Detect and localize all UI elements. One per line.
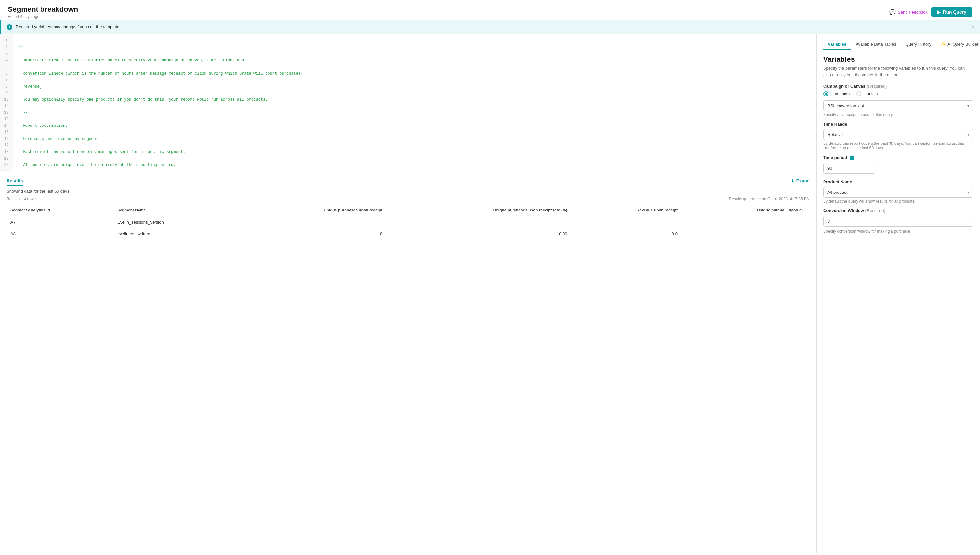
cell-revenue [571,216,681,228]
line-number: 10 [0,96,13,103]
table-row: A7 Evelin_sessions_version [6,216,810,228]
tab-variables[interactable]: Variables [823,39,851,50]
line-number: 17 [0,142,13,149]
line-number: 12 [0,109,13,116]
send-feedback-button[interactable]: 💬 Send Feedback [889,9,927,15]
variables-section: Variables Specify the parameters for the… [823,55,974,234]
time-period-label: Time period i [823,155,974,160]
results-table: Segment Analytics Id Segment Name Unique… [6,205,810,240]
line-number: 14 [0,123,13,129]
product-name-label: Product Name [823,180,974,184]
main-content: 1 2 3 4 5 6 7 8 9 10 11 12 13 14 15 16 1… [0,34,980,553]
close-alert-button[interactable]: × [971,24,975,30]
col-header-name: Segment Name [114,205,236,216]
product-name-dropdown[interactable]: All product ▾ [823,187,974,198]
tab-available-data-tables[interactable]: Available Data Tables [851,39,901,50]
campaign-hint: Specify a campaign to use for this query [823,112,974,117]
line-number: 20 [0,162,13,168]
conversion-window-input[interactable] [823,216,974,226]
line-number: 1 [0,38,13,44]
line-number: 7 [0,77,13,83]
code-editor: 1 2 3 4 5 6 7 8 9 10 11 12 13 14 15 16 1… [0,34,816,171]
cell-revenue: 0.0 [571,228,681,240]
ai-icon: ✨ [940,42,946,47]
col-header-revenue: Revenue upon receipt [571,205,681,216]
header: Segment breakdown Edited 4 days ago 💬 Se… [0,0,980,20]
time-range-dropdown[interactable]: Relative ▾ [823,129,974,140]
col-header-purchases: Unique purchases upon receipt [236,205,386,216]
line-number: 11 [0,103,13,109]
line-number: 21 [0,168,13,171]
line-number: 6 [0,70,13,77]
export-label: Export [796,178,810,183]
line-number: 9 [0,90,13,96]
export-button[interactable]: ⬇ Export [791,178,810,183]
cell-unique-cl [681,216,810,228]
time-period-input[interactable] [823,163,876,173]
header-right: 💬 Send Feedback Run Query [889,7,972,17]
line-number: 5 [0,64,13,70]
cell-name: evelin test written [114,228,236,240]
line-number: 15 [0,129,13,136]
right-panel-tabs: Variables Available Data Tables Query Hi… [823,39,974,50]
line-number: 2 [0,44,13,51]
variables-title: Variables [823,55,974,64]
time-range-hint: By default, this report covers the past … [823,141,974,150]
chevron-down-icon: ▾ [967,104,969,108]
radio-circle-canvas [856,91,862,96]
conversion-window-label: Conversion Window (Required) [823,208,974,213]
line-number: 13 [0,116,13,123]
product-name-hint: By default the query will show results f… [823,199,974,204]
line-number: 19 [0,155,13,162]
line-number: 8 [0,83,13,90]
radio-campaign[interactable]: Campaign [823,91,850,96]
alert-bar: i Required variables may change if you e… [0,20,980,34]
radio-circle-campaign [823,91,828,96]
campaign-dropdown-value: BSI conversion test [827,103,864,108]
results-generated: Results generated on Oct 4, 2023, 4:17:3… [729,197,810,201]
page-title: Segment breakdown [8,5,78,14]
col-header-rate: Unique purchases upon receipt rate (%) [386,205,571,216]
tab-ai-query-builder[interactable]: ✨ AI Query Builder [936,39,980,50]
results-tabs: Results [6,176,30,185]
cell-id: A7 [6,216,114,228]
col-header-unique-cl: Unique purcha... upon cl... [681,205,810,216]
code-textarea[interactable]: /* Important: Please use the Variables p… [13,34,816,171]
ai-tab-label: AI Query Builder [947,42,978,47]
cell-unique-cl [681,228,810,240]
cell-id: A8 [6,228,114,240]
left-panel: 1 2 3 4 5 6 7 8 9 10 11 12 13 14 15 16 1… [0,34,817,553]
radio-canvas[interactable]: Canvas [856,91,878,96]
alert-bar-left: i Required variables may change if you e… [6,24,120,30]
cell-rate [386,216,571,228]
chevron-down-icon: ▾ [967,132,969,137]
tab-results[interactable]: Results [6,176,23,186]
col-header-id: Segment Analytics Id [6,205,114,216]
table-row: A8 evelin test written 0 0.00 0.0 [6,228,810,240]
results-count: Results: 14 rows [6,197,35,201]
info-icon: i [6,24,13,30]
feedback-icon: 💬 [889,9,896,15]
chevron-down-icon: ▾ [967,190,969,195]
play-icon [937,10,941,15]
send-feedback-label: Send Feedback [898,10,927,15]
page-subtitle: Edited 4 days ago [8,14,78,19]
time-range-value: Relative [827,132,843,137]
run-query-button[interactable]: Run Query [931,7,972,17]
cell-rate: 0.00 [386,228,571,240]
product-name-value: All product [827,190,847,195]
variables-description: Specify the parameters for the following… [823,65,974,78]
results-panel: Results ⬇ Export Showing data for the la… [0,171,816,553]
showing-data-text: Showing data for the last 60 days [6,189,810,194]
line-number: 16 [0,136,13,142]
header-left: Segment breakdown Edited 4 days ago [8,5,78,19]
line-number: 3 [0,51,13,57]
campaign-dropdown[interactable]: BSI conversion test ▾ [823,100,974,111]
right-panel: Variables Available Data Tables Query Hi… [817,34,980,553]
line-number: 4 [0,57,13,64]
cell-name: Evelin_sessions_version [114,216,236,228]
export-icon: ⬇ [791,178,795,183]
tab-query-history[interactable]: Query History [901,39,936,50]
campaign-canvas-radio-group: Campaign Canvas [823,91,974,96]
campaign-canvas-label: Campaign or Canvas (Required) [823,84,974,88]
